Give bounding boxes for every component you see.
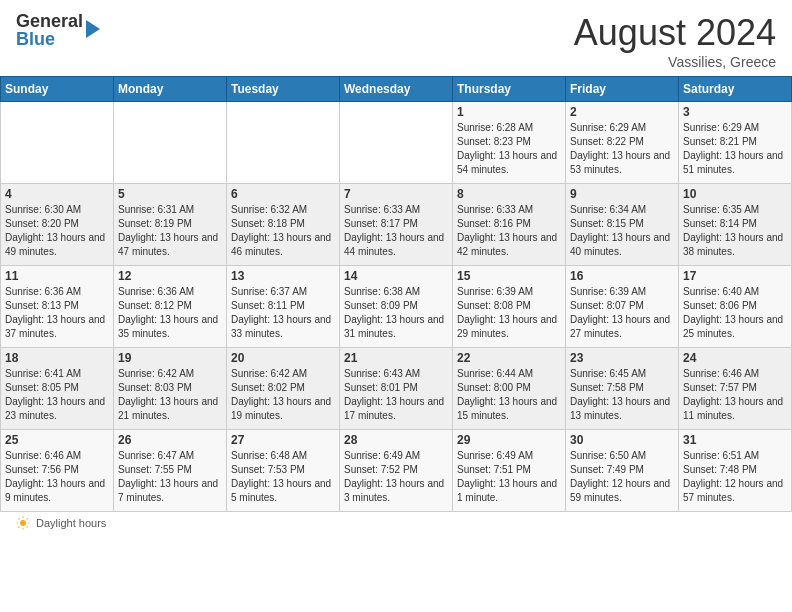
day-info: Sunrise: 6:38 AM Sunset: 8:09 PM Dayligh…: [344, 285, 448, 341]
calendar-week-row: 4Sunrise: 6:30 AM Sunset: 8:20 PM Daylig…: [1, 184, 792, 266]
day-number: 11: [5, 269, 109, 283]
day-info: Sunrise: 6:39 AM Sunset: 8:08 PM Dayligh…: [457, 285, 561, 341]
logo-general: General: [16, 12, 83, 30]
day-number: 17: [683, 269, 787, 283]
location: Vassilies, Greece: [574, 54, 776, 70]
calendar-week-row: 11Sunrise: 6:36 AM Sunset: 8:13 PM Dayli…: [1, 266, 792, 348]
table-row: 6Sunrise: 6:32 AM Sunset: 8:18 PM Daylig…: [227, 184, 340, 266]
table-row: 25Sunrise: 6:46 AM Sunset: 7:56 PM Dayli…: [1, 430, 114, 512]
day-number: 30: [570, 433, 674, 447]
day-info: Sunrise: 6:46 AM Sunset: 7:57 PM Dayligh…: [683, 367, 787, 423]
calendar-week-row: 18Sunrise: 6:41 AM Sunset: 8:05 PM Dayli…: [1, 348, 792, 430]
table-row: 16Sunrise: 6:39 AM Sunset: 8:07 PM Dayli…: [566, 266, 679, 348]
calendar-header-row: Sunday Monday Tuesday Wednesday Thursday…: [1, 77, 792, 102]
page-header: General Blue August 2024 Vassilies, Gree…: [0, 0, 792, 76]
col-friday: Friday: [566, 77, 679, 102]
table-row: 24Sunrise: 6:46 AM Sunset: 7:57 PM Dayli…: [679, 348, 792, 430]
svg-line-3: [18, 518, 19, 519]
table-row: 13Sunrise: 6:37 AM Sunset: 8:11 PM Dayli…: [227, 266, 340, 348]
logo-blue: Blue: [16, 30, 83, 48]
day-number: 27: [231, 433, 335, 447]
day-number: 24: [683, 351, 787, 365]
calendar-week-row: 1Sunrise: 6:28 AM Sunset: 8:23 PM Daylig…: [1, 102, 792, 184]
day-number: 28: [344, 433, 448, 447]
day-number: 18: [5, 351, 109, 365]
table-row: 20Sunrise: 6:42 AM Sunset: 8:02 PM Dayli…: [227, 348, 340, 430]
table-row: 23Sunrise: 6:45 AM Sunset: 7:58 PM Dayli…: [566, 348, 679, 430]
day-info: Sunrise: 6:30 AM Sunset: 8:20 PM Dayligh…: [5, 203, 109, 259]
svg-point-0: [20, 520, 26, 526]
day-number: 13: [231, 269, 335, 283]
table-row: 21Sunrise: 6:43 AM Sunset: 8:01 PM Dayli…: [340, 348, 453, 430]
svg-line-4: [27, 527, 28, 528]
day-info: Sunrise: 6:33 AM Sunset: 8:17 PM Dayligh…: [344, 203, 448, 259]
table-row: [340, 102, 453, 184]
day-info: Sunrise: 6:37 AM Sunset: 8:11 PM Dayligh…: [231, 285, 335, 341]
table-row: 5Sunrise: 6:31 AM Sunset: 8:19 PM Daylig…: [114, 184, 227, 266]
day-number: 25: [5, 433, 109, 447]
logo: General Blue: [16, 12, 100, 48]
day-number: 22: [457, 351, 561, 365]
day-info: Sunrise: 6:29 AM Sunset: 8:21 PM Dayligh…: [683, 121, 787, 177]
day-number: 10: [683, 187, 787, 201]
col-thursday: Thursday: [453, 77, 566, 102]
table-row: 17Sunrise: 6:40 AM Sunset: 8:06 PM Dayli…: [679, 266, 792, 348]
table-row: 28Sunrise: 6:49 AM Sunset: 7:52 PM Dayli…: [340, 430, 453, 512]
day-info: Sunrise: 6:35 AM Sunset: 8:14 PM Dayligh…: [683, 203, 787, 259]
day-number: 26: [118, 433, 222, 447]
day-number: 2: [570, 105, 674, 119]
day-number: 16: [570, 269, 674, 283]
table-row: 19Sunrise: 6:42 AM Sunset: 8:03 PM Dayli…: [114, 348, 227, 430]
day-info: Sunrise: 6:49 AM Sunset: 7:51 PM Dayligh…: [457, 449, 561, 505]
day-number: 12: [118, 269, 222, 283]
day-number: 6: [231, 187, 335, 201]
day-info: Sunrise: 6:36 AM Sunset: 8:12 PM Dayligh…: [118, 285, 222, 341]
table-row: 30Sunrise: 6:50 AM Sunset: 7:49 PM Dayli…: [566, 430, 679, 512]
calendar-week-row: 25Sunrise: 6:46 AM Sunset: 7:56 PM Dayli…: [1, 430, 792, 512]
table-row: 14Sunrise: 6:38 AM Sunset: 8:09 PM Dayli…: [340, 266, 453, 348]
table-row: [1, 102, 114, 184]
col-saturday: Saturday: [679, 77, 792, 102]
table-row: 7Sunrise: 6:33 AM Sunset: 8:17 PM Daylig…: [340, 184, 453, 266]
day-number: 21: [344, 351, 448, 365]
col-tuesday: Tuesday: [227, 77, 340, 102]
day-number: 5: [118, 187, 222, 201]
day-number: 9: [570, 187, 674, 201]
sun-icon: [16, 516, 30, 530]
day-info: Sunrise: 6:49 AM Sunset: 7:52 PM Dayligh…: [344, 449, 448, 505]
table-row: 8Sunrise: 6:33 AM Sunset: 8:16 PM Daylig…: [453, 184, 566, 266]
title-section: August 2024 Vassilies, Greece: [574, 12, 776, 70]
daylight-label: Daylight hours: [36, 517, 106, 529]
day-info: Sunrise: 6:42 AM Sunset: 8:03 PM Dayligh…: [118, 367, 222, 423]
day-info: Sunrise: 6:39 AM Sunset: 8:07 PM Dayligh…: [570, 285, 674, 341]
logo-arrow-icon: [86, 20, 100, 38]
col-monday: Monday: [114, 77, 227, 102]
day-info: Sunrise: 6:33 AM Sunset: 8:16 PM Dayligh…: [457, 203, 561, 259]
table-row: 4Sunrise: 6:30 AM Sunset: 8:20 PM Daylig…: [1, 184, 114, 266]
day-info: Sunrise: 6:28 AM Sunset: 8:23 PM Dayligh…: [457, 121, 561, 177]
footer: Daylight hours: [0, 512, 792, 534]
table-row: 15Sunrise: 6:39 AM Sunset: 8:08 PM Dayli…: [453, 266, 566, 348]
month-title: August 2024: [574, 12, 776, 54]
day-info: Sunrise: 6:48 AM Sunset: 7:53 PM Dayligh…: [231, 449, 335, 505]
table-row: 10Sunrise: 6:35 AM Sunset: 8:14 PM Dayli…: [679, 184, 792, 266]
col-wednesday: Wednesday: [340, 77, 453, 102]
calendar-table: Sunday Monday Tuesday Wednesday Thursday…: [0, 76, 792, 512]
day-info: Sunrise: 6:50 AM Sunset: 7:49 PM Dayligh…: [570, 449, 674, 505]
day-info: Sunrise: 6:32 AM Sunset: 8:18 PM Dayligh…: [231, 203, 335, 259]
table-row: [114, 102, 227, 184]
day-info: Sunrise: 6:47 AM Sunset: 7:55 PM Dayligh…: [118, 449, 222, 505]
day-number: 23: [570, 351, 674, 365]
day-number: 7: [344, 187, 448, 201]
day-info: Sunrise: 6:34 AM Sunset: 8:15 PM Dayligh…: [570, 203, 674, 259]
day-number: 20: [231, 351, 335, 365]
table-row: 2Sunrise: 6:29 AM Sunset: 8:22 PM Daylig…: [566, 102, 679, 184]
day-number: 19: [118, 351, 222, 365]
table-row: 18Sunrise: 6:41 AM Sunset: 8:05 PM Dayli…: [1, 348, 114, 430]
day-info: Sunrise: 6:44 AM Sunset: 8:00 PM Dayligh…: [457, 367, 561, 423]
table-row: 9Sunrise: 6:34 AM Sunset: 8:15 PM Daylig…: [566, 184, 679, 266]
table-row: 27Sunrise: 6:48 AM Sunset: 7:53 PM Dayli…: [227, 430, 340, 512]
table-row: 22Sunrise: 6:44 AM Sunset: 8:00 PM Dayli…: [453, 348, 566, 430]
day-info: Sunrise: 6:29 AM Sunset: 8:22 PM Dayligh…: [570, 121, 674, 177]
col-sunday: Sunday: [1, 77, 114, 102]
